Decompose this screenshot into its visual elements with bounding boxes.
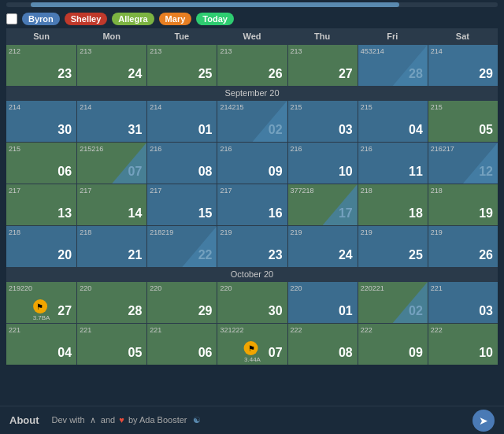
send-icon: ➤	[479, 414, 488, 427]
about-link[interactable]: About	[9, 414, 39, 426]
day-cell[interactable]: 221 06	[146, 324, 217, 365]
day-cell[interactable]: 218 21	[76, 226, 146, 267]
day-cell[interactable]: 222 09	[358, 324, 428, 365]
day-cell[interactable]: 216 217 12	[428, 143, 498, 184]
event-badge-2: ⚑	[244, 341, 258, 355]
filter-today[interactable]: Today	[196, 13, 234, 25]
code-icon: ∧	[90, 415, 96, 425]
day-cell[interactable]: 220 29	[146, 282, 217, 323]
day-cell[interactable]: 215 06	[6, 143, 76, 184]
filter-shelley[interactable]: Shelley	[65, 13, 108, 25]
scrollbar-thumb[interactable]	[31, 2, 399, 7]
event-icon-1: ⚑ 3.7BA	[33, 299, 50, 321]
oct-week1-row: 219 220 27 ⚑ 3.7BA 220 28 220 29 220 30 …	[6, 281, 498, 323]
filter-row: Byron Shelley Allegra Mary Today	[0, 9, 504, 28]
day-cell[interactable]: 222 10	[428, 324, 498, 365]
day-cell[interactable]: 219 23	[217, 226, 287, 267]
october-label: October 20	[6, 267, 498, 281]
day-cell[interactable]: 217 16	[217, 184, 287, 225]
day-cell[interactable]: 213 25	[146, 45, 217, 86]
day-cell[interactable]: 218 19	[428, 184, 498, 225]
day-cell[interactable]: 221 05	[76, 324, 146, 365]
september-label: September 20	[6, 86, 498, 100]
event-icon-2: ⚑ 3.44A	[244, 341, 261, 363]
day-cell[interactable]: 215 216 07	[76, 143, 146, 184]
ada-icon: ☯	[193, 415, 201, 425]
filter-checkbox[interactable]	[6, 13, 17, 24]
header-thu: Thu	[287, 28, 358, 44]
filter-mary[interactable]: Mary	[159, 13, 192, 25]
day-cell[interactable]: 220 01	[287, 282, 358, 323]
day-cell[interactable]: 221 04	[6, 324, 76, 365]
filter-allegra[interactable]: Allegra	[112, 13, 154, 25]
day-cell[interactable]: 214 30	[6, 101, 76, 142]
day-cell[interactable]: 216 09	[217, 143, 287, 184]
day-cell-event[interactable]: 219 220 27 ⚑ 3.7BA	[6, 282, 76, 323]
day-headers: Sun Mon Tue Wed Thu Fri Sat	[6, 28, 498, 44]
day-cell-event2[interactable]: 321 222 07 ⚑ 3.44A	[217, 324, 287, 365]
sep-week4-row: 218 20 218 21 218 219 22 219 23 219 24 2…	[6, 225, 498, 267]
header-fri: Fri	[358, 28, 428, 44]
day-cell[interactable]: 213 26	[217, 45, 287, 86]
day-cell[interactable]: 212 23	[6, 45, 76, 86]
aug-week-row: 212 23 213 24 213 25 213 26 213 27 453 2…	[6, 44, 498, 86]
day-cell[interactable]: 218 219 22	[146, 226, 217, 267]
day-cell[interactable]: 377 218 17	[287, 184, 358, 225]
day-cell[interactable]: 216 10	[287, 143, 358, 184]
day-cell[interactable]: 218 18	[358, 184, 428, 225]
sep-week1-row: 214 30 214 31 214 01 214 215 02 215 03 2…	[6, 100, 498, 142]
event-label-2: 3.44A	[244, 356, 261, 363]
footer-dev-text: Dev with ∧ and ♥ by Ada Booster ☯	[52, 415, 201, 425]
event-badge: ⚑	[33, 299, 47, 313]
day-cell[interactable]: 220 221 02	[358, 282, 428, 323]
calendar: Sun Mon Tue Wed Thu Fri Sat 212 23 213 2…	[6, 28, 498, 365]
day-cell[interactable]: 218 20	[6, 226, 76, 267]
day-cell[interactable]: 220 28	[76, 282, 146, 323]
day-cell[interactable]: 219 24	[287, 226, 358, 267]
oct-week2-row: 221 04 221 05 221 06 321 222 07 ⚑ 3.44A …	[6, 323, 498, 365]
send-button[interactable]: ➤	[472, 410, 495, 432]
day-cell[interactable]: 217 14	[76, 184, 146, 225]
day-cell[interactable]: 213 27	[287, 45, 358, 86]
heart-icon: ♥	[119, 415, 124, 425]
day-cell[interactable]: 221 03	[428, 282, 498, 323]
day-cell[interactable]: 453 214 28	[358, 45, 428, 86]
header-tue: Tue	[146, 28, 217, 44]
footer: About Dev with ∧ and ♥ by Ada Booster ☯ …	[0, 406, 504, 434]
day-cell[interactable]: 216 11	[358, 143, 428, 184]
day-cell[interactable]: 215 05	[428, 101, 498, 142]
header-mon: Mon	[76, 28, 146, 44]
day-cell[interactable]: 215 04	[358, 101, 428, 142]
header-sun: Sun	[6, 28, 76, 44]
day-cell[interactable]: 214 29	[428, 45, 498, 86]
day-cell[interactable]: 216 08	[146, 143, 217, 184]
day-cell[interactable]: 219 26	[428, 226, 498, 267]
event-label: 3.7BA	[33, 314, 50, 321]
sep-week2-row: 215 06 215 216 07 216 08 216 09 216 10 2…	[6, 142, 498, 184]
day-cell[interactable]: 214 31	[76, 101, 146, 142]
day-cell[interactable]: 214 01	[146, 101, 217, 142]
header-wed: Wed	[217, 28, 287, 44]
scrollbar-track[interactable]	[6, 2, 498, 7]
day-cell[interactable]: 219 25	[358, 226, 428, 267]
day-cell[interactable]: 217 15	[146, 184, 217, 225]
day-cell[interactable]: 213 24	[76, 45, 146, 86]
day-cell[interactable]: 214 215 02	[217, 101, 287, 142]
day-cell[interactable]: 220 30	[217, 282, 287, 323]
day-cell[interactable]: 222 08	[287, 324, 358, 365]
day-cell[interactable]: 217 13	[6, 184, 76, 225]
sep-week3-row: 217 13 217 14 217 15 217 16 377 218 17 2…	[6, 184, 498, 225]
top-scrollbar-bar	[0, 0, 504, 9]
header-sat: Sat	[428, 28, 498, 44]
day-cell[interactable]: 215 03	[287, 101, 358, 142]
filter-byron[interactable]: Byron	[22, 13, 60, 25]
